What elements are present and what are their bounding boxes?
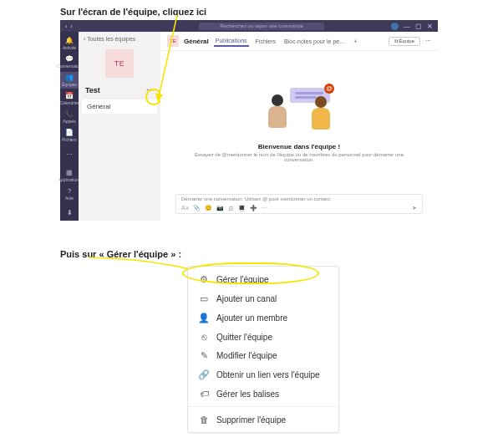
nav-back-icon[interactable]: ‹	[65, 23, 67, 29]
menu-label: Ajouter un membre	[216, 313, 287, 323]
team-name: Test	[85, 86, 100, 94]
bell-icon: 🔔	[66, 37, 74, 44]
menu-separator	[188, 406, 338, 407]
teams-icon: 👥	[66, 74, 74, 81]
channel-name: Général	[184, 38, 209, 45]
rail-calendar[interactable]: 📅 Calendrier	[60, 90, 79, 107]
rail-download[interactable]: ⬇	[60, 204, 79, 221]
tag-icon: 🏷	[198, 389, 210, 399]
calls-icon: 📞	[66, 110, 74, 118]
menu-label: Quitter l'équipe	[216, 333, 272, 342]
link-icon: 🔗	[198, 369, 210, 380]
channel-general[interactable]: Général	[82, 99, 157, 114]
menu-manage-tags[interactable]: 🏷 Gérer les balises	[188, 384, 338, 403]
add-user-icon: 👤	[198, 313, 210, 323]
schedule-icon[interactable]: 🗓	[228, 206, 234, 211]
rail-files[interactable]: 📄 Fichiers	[60, 127, 79, 144]
teams-screenshot: ‹ › Recherchez ou tapez une commande — ▢…	[60, 20, 438, 221]
team-tile[interactable]: TE	[105, 49, 134, 78]
tab-posts[interactable]: Publications	[214, 36, 249, 47]
ellipsis-icon: ⋯	[66, 150, 74, 158]
channel-panel: TE Général Publications Fichiers Bloc-no…	[160, 32, 438, 221]
menu-add-member[interactable]: 👤 Ajouter un membre	[188, 308, 338, 328]
team-context-menu: ⚙ Gérer l'équipe ▭ Ajouter un canal 👤 Aj…	[187, 266, 339, 433]
search-input[interactable]: Recherchez ou tapez une commande	[199, 23, 324, 30]
rail-chat[interactable]: 💬 Conversation	[60, 53, 79, 70]
help-icon: ?	[66, 187, 74, 195]
channel-icon: ▭	[198, 293, 210, 304]
menu-label: Gérer les balises	[216, 389, 279, 399]
person-left-icon	[265, 94, 290, 130]
rail-calls[interactable]: 📞 Appels	[60, 109, 79, 125]
menu-label: Ajouter un canal	[216, 294, 277, 303]
menu-get-link[interactable]: 🔗 Obtenir un lien vers l'équipe	[188, 365, 338, 384]
avatar[interactable]	[391, 23, 399, 30]
window-max-icon[interactable]: ▢	[415, 23, 422, 30]
all-teams-back[interactable]: ‹ Toutes les équipes	[79, 32, 160, 46]
stream-icon[interactable]: 🔳	[238, 205, 246, 211]
download-icon: ⬇	[66, 209, 74, 216]
person-right-icon	[308, 96, 333, 131]
tab-notebook[interactable]: Bloc-notes pour le pe…	[282, 37, 347, 46]
menu-leave-team[interactable]: ⎋ Quitter l'équipe	[188, 328, 338, 346]
window-titlebar: ‹ › Recherchez ou tapez une commande — ▢…	[60, 20, 438, 32]
send-icon[interactable]: ➤	[412, 205, 417, 211]
menu-label: Modifier l'équipe	[216, 351, 277, 360]
rail-teams[interactable]: 👥 Équipes	[60, 72, 79, 89]
welcome-illustration: @	[262, 83, 337, 136]
channel-tile: TE	[167, 35, 179, 47]
instruction-2: Puis sur « Gérer l'équipe » :	[60, 249, 438, 259]
window-close-icon[interactable]: ✕	[427, 23, 433, 30]
chat-icon: 💬	[66, 55, 74, 63]
menu-manage-team[interactable]: ⚙ Gérer l'équipe	[188, 270, 338, 289]
menu-label: Obtenir un lien vers l'équipe	[216, 370, 320, 379]
plus-icon[interactable]: ➕	[250, 205, 257, 211]
format-icon[interactable]: Aᴀ	[181, 205, 189, 211]
welcome-block: @ Bienvenue dans l'équipe ! Essayez de @…	[160, 50, 438, 194]
nav-fwd-icon[interactable]: ›	[70, 23, 72, 29]
welcome-title: Bienvenue dans l'équipe !	[258, 143, 340, 150]
gear-icon: ⚙	[198, 274, 210, 285]
team-list-panel: ‹ Toutes les équipes TE Test ⋯ Général	[79, 32, 161, 221]
welcome-subtitle: Essayez de @mentionner le nom de l'équip…	[191, 152, 408, 162]
pencil-icon: ✎	[198, 350, 210, 361]
at-badge-icon: @	[324, 84, 334, 94]
rail-help[interactable]: ? Aide	[60, 186, 79, 202]
leave-icon: ⎋	[198, 332, 210, 342]
files-icon: 📄	[66, 129, 74, 136]
menu-label: Supprimer l'équipe	[216, 415, 286, 425]
instruction-1: Sur l'écran de l'équipe, cliquez ici	[60, 7, 438, 17]
app-rail: 🔔 Activité 💬 Conversation 👥 Équipes 📅 Ca…	[60, 32, 79, 221]
channel-header: TE Général Publications Fichiers Bloc-no…	[160, 32, 438, 51]
composer-more-icon[interactable]: ⋯	[262, 205, 267, 211]
composer-input[interactable]: Démarrer une conversation. Utilisez @ po…	[176, 195, 422, 205]
header-more-icon[interactable]: ⋯	[425, 38, 431, 44]
team-more-button[interactable]: ⋯	[144, 84, 155, 96]
menu-add-channel[interactable]: ▭ Ajouter un canal	[188, 289, 338, 308]
apps-icon: ▦	[66, 169, 74, 176]
gif-icon[interactable]: 📷	[216, 205, 224, 211]
calendar-icon: 📅	[66, 92, 74, 99]
rail-apps[interactable]: ▦ Applications	[60, 167, 79, 184]
tab-files[interactable]: Fichiers	[254, 37, 278, 46]
menu-label: Gérer l'équipe	[216, 275, 269, 284]
rail-activity[interactable]: 🔔 Activité	[60, 35, 79, 52]
window-min-icon[interactable]: —	[404, 23, 410, 30]
rail-more[interactable]: ⋯	[60, 145, 79, 162]
team-pill-button[interactable]: ⧉ Équipe	[389, 37, 420, 46]
menu-delete-team[interactable]: 🗑 Supprimer l'équipe	[188, 410, 338, 429]
trash-icon: 🗑	[198, 415, 210, 425]
menu-edit-team[interactable]: ✎ Modifier l'équipe	[188, 346, 338, 365]
tab-add[interactable]: +	[352, 37, 358, 46]
message-composer[interactable]: Démarrer une conversation. Utilisez @ po…	[175, 194, 423, 214]
emoji-icon[interactable]: 😊	[205, 205, 212, 211]
attach-icon[interactable]: 📎	[193, 205, 201, 211]
